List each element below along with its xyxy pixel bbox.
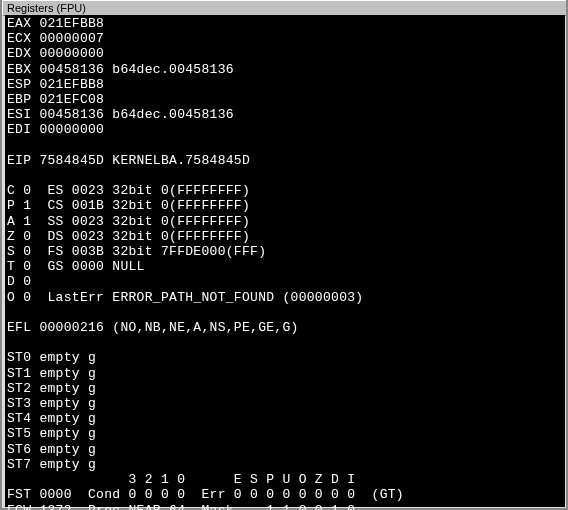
gpreg-line[interactable]: EAX 021EFBB8 [7, 16, 104, 31]
fpu-stack-line[interactable]: ST2 empty g [7, 381, 96, 396]
fpu-stack-line[interactable]: ST5 empty g [7, 426, 96, 441]
flag-line[interactable]: S 0 FS 003B 32bit 7FFDE000(FFF) [7, 244, 266, 259]
eip-line[interactable]: EIP 7584845D KERNELBA.7584845D [7, 153, 250, 168]
fpu-stack-line[interactable]: ST1 empty g [7, 366, 96, 381]
gpreg-line[interactable]: ESP 021EFBB8 [7, 77, 104, 92]
flag-line[interactable]: C 0 ES 0023 32bit 0(FFFFFFFF) [7, 183, 250, 198]
flag-line[interactable]: T 0 GS 0000 NULL [7, 259, 145, 274]
fpu-stack-line[interactable]: ST4 empty g [7, 411, 96, 426]
efl-line[interactable]: EFL 00000216 (NO,NB,NE,A,NS,PE,GE,G) [7, 320, 299, 335]
gpreg-line[interactable]: ECX 00000007 [7, 31, 104, 46]
flag-line[interactable]: A 1 SS 0023 32bit 0(FFFFFFFF) [7, 214, 250, 229]
fpu-stack-line[interactable]: ST7 empty g [7, 457, 96, 472]
register-line[interactable]: 3 2 1 0 E S P U O Z D I [7, 472, 355, 487]
gpreg-line[interactable]: EBP 021EFC08 [7, 92, 104, 107]
fpu-stack-line[interactable]: ST3 empty g [7, 396, 96, 411]
gpreg-line[interactable]: ESI 00458136 b64dec.00458136 [7, 107, 234, 122]
gpreg-line[interactable]: EDI 00000000 [7, 122, 104, 137]
registers-content[interactable]: EAX 021EFBB8 ECX 00000007 EDX 00000000 E… [5, 15, 565, 507]
flag-line[interactable]: D 0 [7, 274, 31, 289]
flag-line[interactable]: Z 0 DS 0023 32bit 0(FFFFFFFF) [7, 229, 250, 244]
fpu-stack-line[interactable]: ST6 empty g [7, 442, 96, 457]
fpu-stack-line[interactable]: ST0 empty g [7, 350, 96, 365]
fst-line[interactable]: FST 0000 Cond 0 0 0 0 Err 0 0 0 0 0 0 0 … [7, 487, 404, 502]
panel-title: Registers (FPU) [2, 0, 566, 16]
registers-panel: Registers (FPU) EAX 021EFBB8 ECX 0000000… [2, 0, 566, 508]
gpreg-line[interactable]: EDX 00000000 [7, 46, 104, 61]
flag-line[interactable]: O 0 LastErr ERROR_PATH_NOT_FOUND (000000… [7, 290, 363, 305]
gpreg-line[interactable]: EBX 00458136 b64dec.00458136 [7, 62, 234, 77]
flag-line[interactable]: P 1 CS 001B 32bit 0(FFFFFFFF) [7, 198, 250, 213]
fcw-line[interactable]: FCW 1372 Prec NEAR,64 Mask 1 1 0 0 1 0 [7, 503, 355, 511]
